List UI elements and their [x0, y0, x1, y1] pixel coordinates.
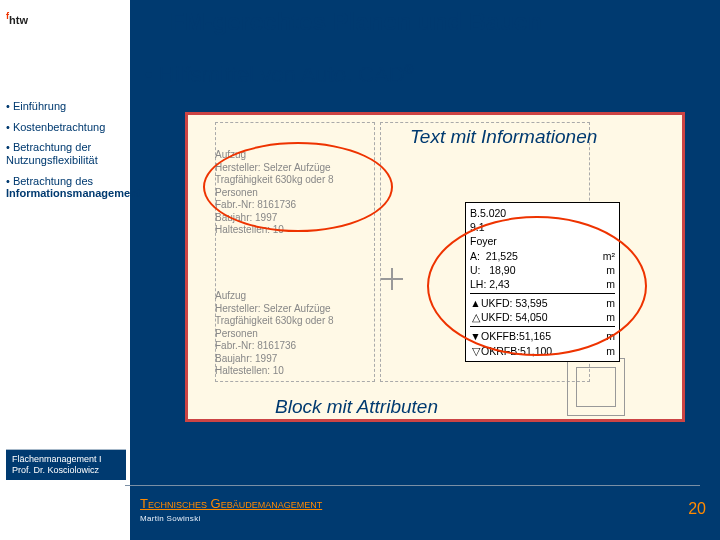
- nav-usage: • Betrachtung der Nutzungsflexibilität: [6, 141, 124, 166]
- slide-title: FM-gerechtes Planen und Bauen: [170, 8, 542, 36]
- nav-list: • Einführung • Kostenbetrachtung • Betra…: [6, 100, 124, 200]
- cad-text-lower: AufzugHersteller: Selzer AufzügeTragfähi…: [215, 290, 334, 378]
- nav-costs: • Kostenbetrachtung: [6, 121, 124, 134]
- content-diagram: AufzugHersteller: Selzer AufzügeTragfähi…: [185, 112, 685, 422]
- course-name: Flächenmanagement I: [12, 454, 120, 465]
- annotation-block-attr: Block mit Attributen: [275, 396, 438, 418]
- stairs-icon: [567, 358, 625, 416]
- highlight-ellipse-block: [427, 216, 647, 356]
- page-number: 20: [688, 500, 706, 518]
- logo: fhtw: [6, 4, 124, 32]
- slide-subtitle: • Hilfsmittel von Auto. CAD®: [145, 62, 413, 88]
- professor: Prof. Dr. Kosciolowicz: [12, 465, 120, 476]
- nav-intro: • Einführung: [6, 100, 124, 113]
- nav-info-mgmt: • Betrachtung desInformationsmanagement: [6, 175, 124, 200]
- footer-divider: [125, 485, 700, 486]
- sidebar: fhtw • Einführung • Kostenbetrachtung • …: [0, 0, 130, 540]
- highlight-ellipse-text: [203, 142, 393, 232]
- sidebar-footer: Flächenmanagement I Prof. Dr. Kosciolowi…: [6, 449, 126, 481]
- center-cross-icon: [385, 272, 399, 286]
- footer-author: Martin Sowinski: [140, 514, 201, 523]
- annotation-text-info: Text mit Informationen: [410, 126, 597, 148]
- footer-link: Technisches Gebäudemanagement: [140, 496, 322, 511]
